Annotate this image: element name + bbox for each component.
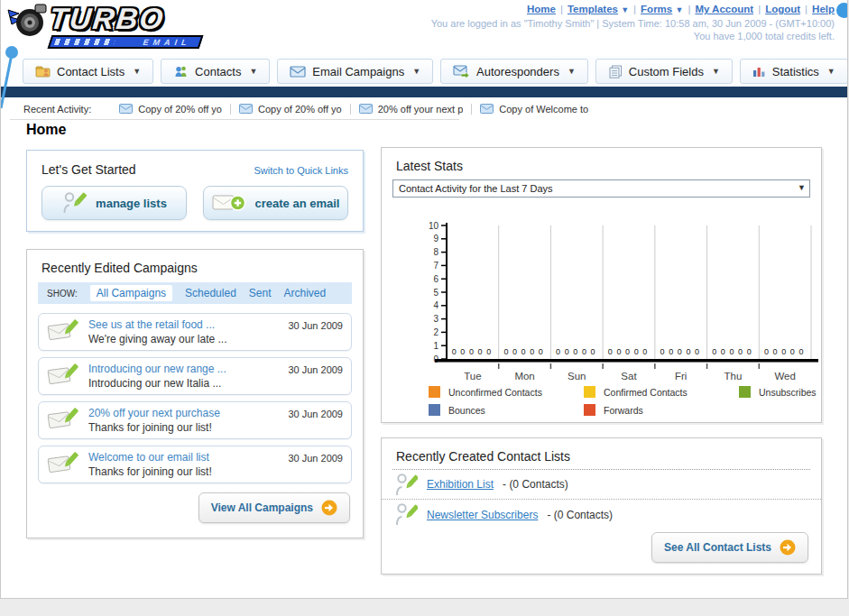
legend-label: Bounces <box>448 405 485 416</box>
envelope-plus-icon <box>212 192 246 214</box>
folder-user-icon <box>35 65 51 78</box>
header: TURBO EMAIL Home|Templates ▼|Forms ▼|My … <box>1 0 847 56</box>
create-email-button[interactable]: create an email <box>203 186 348 220</box>
nav-label: Email Campaigns <box>312 65 404 78</box>
contact-activity-chart: 01234567891000000Tue00000Mon00000Sun0000… <box>389 206 818 390</box>
envelope-pencil-icon <box>47 450 81 475</box>
nav-label: Statistics <box>772 65 819 78</box>
legend-item: Forwards <box>584 404 739 416</box>
campaign-row[interactable]: Welcome to our email listThanks for join… <box>38 446 352 483</box>
envelope-pencil-icon <box>47 406 81 431</box>
see-all-contact-lists-button[interactable]: See All Contact Lists <box>651 532 808 563</box>
legend-label: Confirmed Contacts <box>604 387 688 398</box>
nav-accent-bar <box>1 87 847 97</box>
svg-text:0: 0 <box>582 347 586 356</box>
main-content: Home Let's Get Started Switch to Quick L… <box>1 120 847 598</box>
svg-text:0: 0 <box>738 347 743 356</box>
svg-text:0: 0 <box>452 347 457 356</box>
contact-list-item[interactable]: Exhibition List - (0 Contacts) <box>382 470 821 500</box>
svg-text:0: 0 <box>486 347 491 356</box>
recent-activity-item[interactable]: Copy of 20% off yo <box>231 104 351 115</box>
contact-list-link[interactable]: Exhibition List <box>427 478 494 491</box>
svg-text:0: 0 <box>503 347 508 356</box>
status-line2: You have 1,000 total credits left. <box>431 30 835 42</box>
envelope-pencil-icon <box>47 317 81 343</box>
nav-contact-lists[interactable]: Contact Lists▼ <box>23 59 153 84</box>
view-all-campaigns-button[interactable]: View All Campaigns <box>198 492 350 523</box>
svg-text:0: 0 <box>521 347 526 356</box>
campaign-row[interactable]: See us at the retail food ...We're givin… <box>38 313 352 351</box>
switch-quick-links-link[interactable]: Switch to Quick Links <box>254 165 348 176</box>
campaign-title-link[interactable]: Introducing our new range ... <box>88 363 281 375</box>
campaign-title-link[interactable]: 20% off your next purchase <box>88 407 281 419</box>
header-link-logout[interactable]: Logout <box>765 4 800 14</box>
legend-label: Unsubscribes <box>759 387 817 398</box>
legend-item: Unconfirmed Contacts <box>429 386 584 398</box>
nav-contacts[interactable]: Contacts▼ <box>161 59 270 84</box>
recent-activity-item[interactable]: Copy of Welcome to <box>472 104 596 115</box>
stats-range-select[interactable]: Contact Activity for the Last 7 Days ▼ <box>392 179 810 198</box>
filter-archived[interactable]: Archived <box>284 287 327 299</box>
nav-email-campaigns[interactable]: Email Campaigns▼ <box>277 59 433 84</box>
svg-text:3: 3 <box>433 314 438 324</box>
filter-scheduled[interactable]: Scheduled <box>185 287 236 299</box>
chevron-down-icon: ▼ <box>412 67 420 76</box>
svg-text:0: 0 <box>642 347 647 356</box>
chevron-down-icon: ▼ <box>133 67 141 76</box>
campaign-filter-bar: SHOW: All Campaigns Scheduled Sent Archi… <box>38 282 352 304</box>
svg-text:0: 0 <box>634 347 639 356</box>
nav-custom-fields[interactable]: Custom Fields▼ <box>595 59 733 84</box>
svg-text:0: 0 <box>712 347 716 356</box>
svg-text:Fri: Fri <box>675 371 687 382</box>
campaign-subtitle: Thanks for joining our list! <box>88 421 281 434</box>
contact-list-link[interactable]: Newsletter Subscribers <box>427 509 538 521</box>
svg-text:0: 0 <box>686 347 690 356</box>
svg-text:0: 0 <box>678 347 682 356</box>
envelope-icon <box>119 104 133 114</box>
logo-email-bar: EMAIL <box>48 35 204 49</box>
campaign-row[interactable]: 20% off your next purchaseThanks for joi… <box>38 401 352 439</box>
campaign-date: 30 Jun 2009 <box>288 364 343 375</box>
filter-sent[interactable]: Sent <box>249 287 272 299</box>
legend-swatch <box>584 386 595 398</box>
svg-text:0: 0 <box>773 347 778 356</box>
recent-activity-item[interactable]: 20% off your next p <box>351 104 473 115</box>
status-line1: You are logged in as "Timothy Smith" | S… <box>431 17 835 30</box>
manage-lists-button[interactable]: manage lists <box>42 186 187 220</box>
envelope-icon <box>290 66 306 78</box>
svg-text:0: 0 <box>573 347 577 356</box>
latest-stats-title: Latest Stats <box>382 148 821 179</box>
svg-text:0: 0 <box>790 347 795 356</box>
page-title: Home <box>26 122 66 138</box>
header-link-templates[interactable]: Templates <box>568 4 618 14</box>
campaign-row[interactable]: Introducing our new range ...Introducing… <box>38 357 352 395</box>
logo-subtitle: EMAIL <box>142 38 192 47</box>
header-link-forms[interactable]: Forms <box>641 4 672 14</box>
svg-text:Tue: Tue <box>464 371 481 382</box>
header-link-help[interactable]: Help <box>812 4 835 14</box>
person-pencil-icon <box>394 473 418 497</box>
svg-text:0: 0 <box>616 347 621 356</box>
login-status: You are logged in as "Timothy Smith" | S… <box>431 17 835 42</box>
header-link-my-account[interactable]: My Account <box>695 4 753 14</box>
svg-text:0: 0 <box>669 347 673 356</box>
campaign-title-link[interactable]: Welcome to our email list <box>88 451 281 464</box>
nav-statistics[interactable]: Statistics▼ <box>740 59 848 84</box>
svg-text:0: 0 <box>608 347 613 356</box>
recent-activity-item[interactable]: Copy of 20% off yo <box>111 104 231 115</box>
nav-autoresponders[interactable]: Autoresponders▼ <box>440 59 588 84</box>
filter-all-campaigns[interactable]: All Campaigns <box>90 285 172 301</box>
legend-swatch <box>584 404 595 416</box>
svg-text:0: 0 <box>478 347 483 356</box>
campaign-title-link[interactable]: See us at the retail food ... <box>88 318 281 331</box>
svg-text:0: 0 <box>781 347 786 356</box>
chevron-down-icon: ▼ <box>798 183 806 192</box>
nav-label: Autoresponders <box>476 65 559 78</box>
svg-text:2: 2 <box>433 327 438 337</box>
person-pencil-icon <box>394 502 418 527</box>
nav-label: Contact Lists <box>57 65 125 78</box>
header-link-home[interactable]: Home <box>527 4 556 14</box>
view-all-campaigns-label: View All Campaigns <box>211 501 313 514</box>
contact-list-item[interactable]: Newsletter Subscribers - (0 Contacts) <box>382 500 821 529</box>
logo-title: TURBO <box>48 3 166 35</box>
